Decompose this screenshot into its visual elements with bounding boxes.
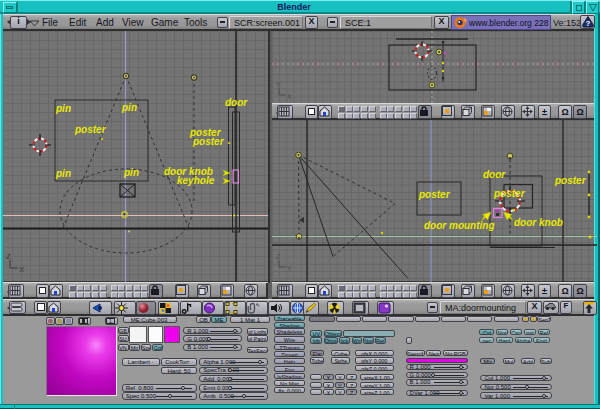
svg-text:Y: Y <box>287 265 292 272</box>
svg-text:Z: Z <box>6 252 11 261</box>
svg-text:X: X <box>287 93 292 100</box>
svg-text:?: ? <box>586 19 591 28</box>
svg-text:X: X <box>19 265 25 274</box>
svg-text:Z: Z <box>276 253 281 260</box>
svg-text:Y: Y <box>276 81 281 88</box>
svg-text:1: 1 <box>109 318 112 324</box>
